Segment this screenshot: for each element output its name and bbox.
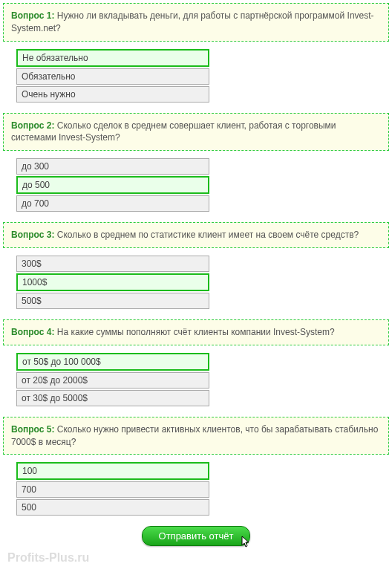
options-group: от 50$ до 100 000$от 20$ до 2000$от 30$ …	[16, 353, 389, 406]
question-label: Вопрос 4:	[11, 327, 54, 337]
option-item[interactable]: до 500	[16, 176, 209, 194]
question-box: Вопрос 5: Сколько нужно привести активны…	[3, 417, 389, 455]
option-item[interactable]: 500	[16, 499, 209, 516]
question-text: Нужно ли вкладывать деньги, для работы с…	[11, 10, 374, 33]
option-item[interactable]: 700	[16, 481, 209, 498]
question-text: Сколько нужно привести активных клиентов…	[11, 424, 378, 447]
option-item[interactable]: до 300	[16, 158, 209, 175]
option-item[interactable]: Очень нужно	[16, 86, 209, 103]
option-item[interactable]: Обязательно	[16, 68, 209, 85]
question-box: Вопрос 3: Сколько в среднем по статистик…	[3, 222, 389, 248]
option-item[interactable]: 100	[16, 462, 209, 480]
question-label: Вопрос 3:	[11, 230, 54, 240]
options-group: до 300до 500до 700	[16, 158, 389, 212]
options-group: 100700500	[16, 462, 389, 516]
question-text: Сколько сделок в среднем совершает клиен…	[11, 120, 336, 143]
question-box: Вопрос 4: На какие суммы пополняют счёт …	[3, 319, 389, 345]
option-item[interactable]: 1000$	[16, 273, 209, 291]
question-label: Вопрос 1:	[11, 10, 54, 21]
option-item[interactable]: от 20$ до 2000$	[16, 372, 209, 389]
question-text: Сколько в среднем по статистике клиент и…	[57, 230, 359, 240]
options-group: Не обязательноОбязательноОчень нужно	[16, 49, 389, 103]
options-group: 300$1000$500$	[16, 256, 389, 309]
question-label: Вопрос 5:	[11, 424, 54, 435]
option-item[interactable]: 300$	[16, 256, 209, 272]
option-item[interactable]: от 30$ до 5000$	[16, 390, 209, 406]
submit-button[interactable]: Отправить отчёт	[142, 526, 251, 546]
option-item[interactable]: от 50$ до 100 000$	[16, 353, 209, 371]
submit-area: Отправить отчёт	[3, 526, 389, 546]
option-item[interactable]: 500$	[16, 293, 209, 309]
question-box: Вопрос 2: Сколько сделок в среднем совер…	[3, 113, 389, 152]
option-item[interactable]: до 700	[16, 195, 209, 212]
question-label: Вопрос 2:	[11, 120, 54, 131]
option-item[interactable]: Не обязательно	[16, 49, 209, 67]
question-box: Вопрос 1: Нужно ли вкладывать деньги, дл…	[3, 3, 389, 42]
question-text: На какие суммы пополняют счёт клиенты ко…	[57, 327, 335, 337]
watermark: Profits-Plus.ru	[7, 551, 89, 565]
